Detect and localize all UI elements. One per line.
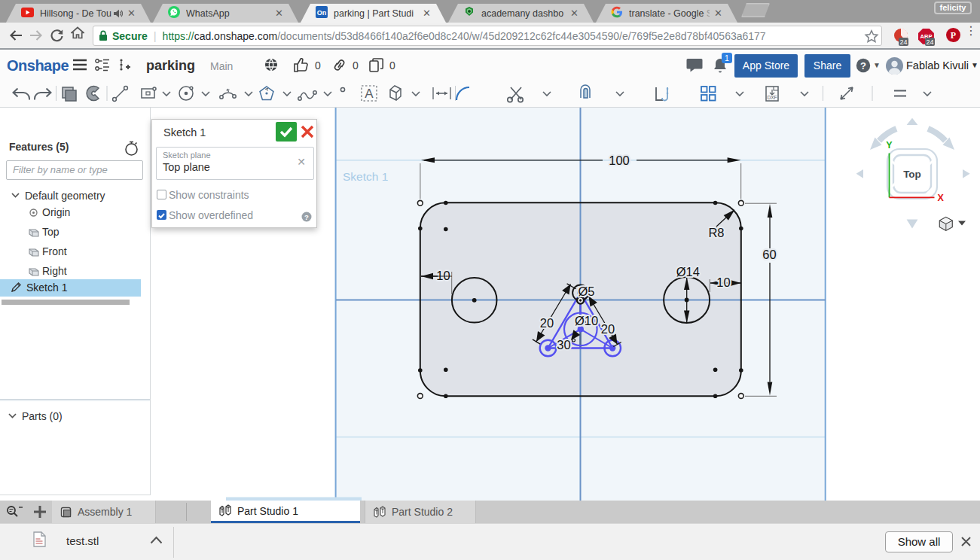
svg-text:Ø14: Ø14 [676,265,700,278]
svg-text:24: 24 [926,38,933,46]
svg-text:DXF: DXF [768,95,777,100]
svg-text:P: P [951,30,956,41]
svg-text:20: 20 [540,316,554,330]
svg-text:?: ? [860,60,866,72]
svg-text:Sketch 1: Sketch 1 [343,170,388,183]
svg-text:X: X [938,193,945,203]
svg-text:24: 24 [899,38,907,46]
svg-text:?: ? [304,213,309,221]
svg-text:Ø5: Ø5 [578,285,594,298]
svg-text:On: On [317,9,327,17]
svg-text:10: 10 [716,275,730,289]
svg-text:60: 60 [762,248,776,261]
svg-text:Ø10: Ø10 [575,314,598,327]
svg-text:10: 10 [436,269,450,282]
svg-text:30: 30 [557,338,570,352]
svg-text:Top: Top [903,169,921,180]
svg-text:20: 20 [601,322,615,336]
svg-text:100: 100 [609,154,630,167]
svg-text:R8: R8 [708,226,724,239]
svg-text:Y: Y [886,140,893,151]
svg-text:A: A [365,87,374,101]
